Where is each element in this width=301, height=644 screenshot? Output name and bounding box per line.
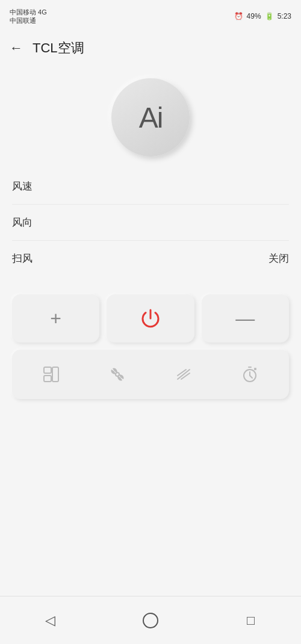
sweep-wind-value: 关闭 — [268, 252, 289, 265]
status-bar: 中国移动 4G 中国联通 ⏰ 49% 🔋 5:23 — [0, 0, 301, 30]
top-buttons-row: + — — [12, 294, 289, 342]
sweep-button[interactable] — [166, 359, 202, 389]
sweep-icon — [174, 365, 193, 384]
nav-home-button[interactable] — [135, 605, 166, 636]
wind-direction-item[interactable]: 风向 — [12, 205, 289, 241]
controls-area: + — — [12, 294, 289, 399]
fan-button[interactable] — [99, 359, 135, 389]
svg-point-3 — [116, 373, 119, 376]
fan-icon — [108, 365, 127, 384]
page-title: TCL空调 — [33, 39, 84, 57]
nav-home-icon — [143, 613, 158, 628]
battery-icon: 🔋 — [265, 12, 274, 20]
wind-speed-item[interactable]: 风速 — [12, 169, 289, 205]
wind-speed-label: 风速 — [12, 179, 33, 193]
battery-label: 49% — [247, 12, 261, 20]
minus-button[interactable]: — — [202, 294, 289, 342]
main-content: Ai 风速 风向 扫风 关闭 + — [0, 66, 301, 399]
nav-recents-icon: □ — [247, 613, 255, 628]
power-button[interactable] — [107, 294, 194, 342]
alarm-icon: ⏰ — [234, 12, 243, 20]
bottom-buttons-row — [12, 350, 289, 399]
sweep-wind-item[interactable]: 扫风 关闭 — [12, 241, 289, 276]
status-right: ⏰ 49% 🔋 5:23 — [234, 12, 291, 20]
carrier1-label: 中国移动 4G — [10, 8, 47, 16]
back-button[interactable]: ← — [10, 40, 23, 56]
svg-rect-0 — [44, 367, 51, 373]
nav-bar: ◁ □ — [0, 596, 301, 644]
minus-icon: — — [235, 308, 255, 330]
carrier2-label: 中国联通 — [10, 16, 47, 25]
settings-list: 风速 风向 扫风 关闭 — [12, 169, 289, 276]
timer-button[interactable] — [232, 359, 268, 389]
time-label: 5:23 — [278, 12, 291, 20]
ai-circle[interactable]: Ai — [111, 78, 190, 156]
carrier-info: 中国移动 4G 中国联通 — [10, 8, 47, 25]
header: ← TCL空调 — [0, 30, 301, 66]
nav-back-icon: ◁ — [45, 613, 55, 628]
ai-section: Ai — [0, 66, 301, 163]
plus-icon: + — [50, 308, 61, 330]
nav-back-button[interactable]: ◁ — [35, 605, 65, 636]
mode-button[interactable] — [33, 359, 69, 389]
mode-icon — [42, 365, 61, 384]
ai-label: Ai — [139, 101, 163, 134]
svg-rect-1 — [44, 376, 51, 382]
sweep-wind-label: 扫风 — [12, 252, 33, 265]
svg-rect-2 — [52, 367, 58, 382]
wind-direction-label: 风向 — [12, 215, 33, 229]
power-icon — [138, 306, 163, 330]
timer-icon — [240, 365, 259, 384]
plus-button[interactable]: + — [12, 294, 99, 342]
nav-recents-button[interactable]: □ — [236, 605, 266, 636]
